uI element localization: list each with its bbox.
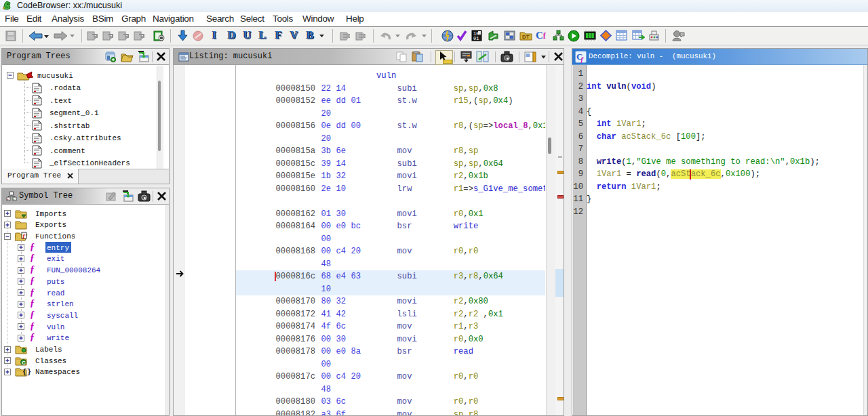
svg-text:C: C	[22, 359, 26, 365]
svg-text:01: 01	[473, 36, 479, 41]
svg-text:DT: DT	[522, 34, 530, 40]
